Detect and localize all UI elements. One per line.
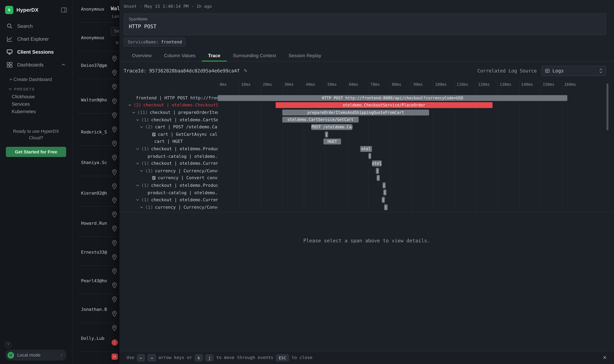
- trace-span-bar[interactable]: (: [382, 182, 386, 188]
- collapse-sidebar-icon[interactable]: [61, 7, 67, 12]
- location-pin-icon[interactable]: [112, 240, 118, 246]
- sessions-icon: [7, 49, 13, 55]
- trace-tree-row[interactable]: (1)checkout | oteldemo.CurrencySe…: [124, 160, 218, 167]
- sidebar-item-label: Chart Explorer: [17, 36, 49, 42]
- scrollbar-thumb[interactable]: [606, 83, 608, 130]
- brand-name: HyperDX: [16, 7, 39, 13]
- trace-tree-row[interactable]: (1)checkout | oteldemo.CurrencySe…: [124, 196, 218, 204]
- help-button[interactable]: ?: [5, 341, 11, 348]
- trace-tree-row[interactable]: currency | Convert convers…: [124, 174, 218, 182]
- trace-span-bar[interactable]: (: [377, 175, 380, 181]
- trace-tree-row[interactable]: (1)checkout | oteldemo.ProductCat…: [124, 182, 218, 189]
- search-input-fragment[interactable]: Sea: [111, 27, 119, 36]
- trace-span-bar[interactable]: HTTP POST http://frontend:8080/api/check…: [218, 95, 567, 101]
- trace-tree-row[interactable]: (2)cart | POST /oteldemo.CartSe…: [124, 123, 218, 131]
- sidebar-item-chart-explorer[interactable]: Chart Explorer: [0, 32, 72, 45]
- location-pin-icon[interactable]: [112, 297, 118, 303]
- trace-tree-row[interactable]: cart | HGET: [124, 138, 218, 145]
- location-pin-icon[interactable]: [112, 226, 118, 232]
- trace-span-bar[interactable]: (: [368, 153, 371, 159]
- session-divider: [77, 294, 119, 294]
- location-pin-icon[interactable]: [112, 254, 118, 260]
- trace-tree-row[interactable]: (1)checkout | oteldemo.CartServic…: [124, 116, 218, 123]
- get-started-button[interactable]: Get Started for Free: [6, 147, 66, 157]
- trace-span-bar[interactable]: oteldemo.CartService/GetCart: [282, 117, 359, 123]
- presets-toggle[interactable]: PRESETS: [9, 85, 72, 93]
- trace-span-bar[interactable]: (: [325, 131, 328, 137]
- local-mode-label: Local mode: [17, 353, 40, 357]
- trace-tree-row[interactable]: (1)currency | Currency/Convert: [124, 204, 218, 211]
- trace-span-bar[interactable]: otel: [372, 160, 382, 166]
- trace-id-label: TraceId:: [124, 68, 146, 74]
- tab-session-replay[interactable]: Session Replay: [282, 51, 327, 61]
- close-icon[interactable]: ✕: [603, 355, 607, 361]
- location-pin-icon[interactable]: [112, 183, 118, 189]
- sidebar-item-dashboards[interactable]: Dashboards: [0, 58, 72, 71]
- trace-tree-row[interactable]: (1)checkout | oteldemo.ProductCat…: [124, 145, 218, 153]
- trace-tree-row[interactable]: frontend | HTTP POST http://frontend:…: [124, 94, 218, 102]
- panel-footer: Use ← → arrow keys or k j to move throug…: [119, 351, 614, 364]
- trace-tree-row[interactable]: cart | GetCartAsync called…: [124, 131, 218, 138]
- trace-waterfall: frontend | HTTP POST http://frontend:…(2…: [119, 80, 614, 212]
- trace-span-bar[interactable]: (: [384, 204, 388, 210]
- trace-span-bar[interactable]: oteldemo.CheckoutService/PlaceOrder: [276, 102, 492, 108]
- error-event-badge-icon[interactable]: !: [112, 339, 118, 346]
- location-pin-icon[interactable]: [112, 84, 118, 90]
- mail-event-badge-icon[interactable]: ✉: [112, 353, 118, 360]
- trace-tree-row[interactable]: product-catalog | oteldemo.Prod…: [124, 153, 218, 160]
- log-source-select[interactable]: Logs: [541, 66, 606, 76]
- tab-surrounding-context[interactable]: Surrounding Context: [227, 51, 282, 61]
- session-list-item[interactable]: Kieran92@h: [81, 191, 119, 196]
- location-pin-icon[interactable]: [112, 141, 118, 147]
- time-tick-label: 10ms: [241, 82, 251, 87]
- tab-column-values[interactable]: Column Values: [158, 51, 202, 61]
- location-pin-icon[interactable]: [112, 70, 118, 76]
- location-pin-icon[interactable]: [112, 112, 118, 118]
- location-pin-icon[interactable]: [112, 282, 118, 288]
- trace-tree-row[interactable]: product-catalog | oteldemo.Prod…: [124, 189, 218, 196]
- trace-tree-row[interactable]: (1)currency | Currency/Convert: [124, 167, 218, 174]
- create-dashboard-button[interactable]: + Create Dashboard: [10, 74, 72, 85]
- trace-header: TraceId: 957362828baa84dc02d95a4e6e99ca4…: [119, 65, 614, 76]
- footer-text: to move through events: [216, 355, 273, 360]
- trace-span-bar[interactable]: POST /oteldemo.Cart: [311, 124, 352, 130]
- trace-span-bar[interactable]: (: [376, 168, 379, 174]
- location-pin-icon[interactable]: [112, 197, 118, 204]
- session-list-item[interactable]: Deion37@gm: [81, 63, 119, 68]
- location-pin-icon[interactable]: [112, 211, 118, 218]
- trace-span-bar[interactable]: (: [383, 190, 387, 195]
- sidebar-item-search[interactable]: Search: [0, 20, 72, 32]
- session-list-item[interactable]: Anonymous: [81, 35, 119, 40]
- tab-overview[interactable]: Overview: [126, 51, 158, 61]
- location-pin-icon[interactable]: [112, 169, 118, 175]
- trace-span-bar[interactable]: HGET: [323, 139, 341, 144]
- local-mode-menu[interactable]: U Local mode ›: [5, 350, 66, 361]
- sidebar-preset-services[interactable]: Services: [0, 101, 72, 108]
- trace-tree-row[interactable]: (11)checkout | prepareOrderItemsAnd…: [124, 109, 218, 116]
- sidebar-preset-kubernetes[interactable]: Kubernetes: [0, 108, 72, 116]
- session-list-item[interactable]: Anonymous: [81, 7, 119, 12]
- location-pin-icon[interactable]: [112, 55, 118, 62]
- session-divider: [77, 265, 119, 266]
- trace-scrollbar[interactable]: [606, 83, 608, 209]
- tab-trace[interactable]: Trace: [202, 51, 227, 61]
- trace-span-bar[interactable]: (: [382, 197, 385, 203]
- trace-tree-row[interactable]: (2)checkout | oteldemo.CheckoutServic…: [124, 102, 218, 109]
- location-pin-icon[interactable]: [112, 268, 118, 274]
- event-meta: Unset · May 15 1:40:14 PM · 1h ago: [124, 4, 212, 9]
- trace-span-bar[interactable]: prepareOrderItemsAndShippingQuoteFromCar…: [282, 109, 429, 115]
- location-pin-icon[interactable]: [112, 311, 118, 317]
- footer-text: arrow keys or: [158, 355, 192, 360]
- trace-span-bar[interactable]: otel: [360, 146, 372, 152]
- time-tick-label: 120ms: [478, 82, 490, 87]
- location-pin-icon[interactable]: [112, 325, 118, 331]
- location-pin-icon[interactable]: [112, 155, 118, 161]
- sidebar-item-client-sessions[interactable]: Client Sessions: [0, 45, 72, 58]
- session-list-item[interactable]: Howard.Run: [81, 221, 119, 226]
- sidebar-preset-clickhouse[interactable]: Clickhouse: [0, 93, 72, 101]
- location-pin-icon[interactable]: [112, 98, 118, 104]
- edit-icon[interactable]: ✎: [244, 68, 248, 74]
- promo-line1: Ready to use HyperDX: [13, 129, 59, 133]
- location-pin-icon[interactable]: [112, 127, 118, 133]
- sidebar-item-label: Search: [17, 23, 33, 29]
